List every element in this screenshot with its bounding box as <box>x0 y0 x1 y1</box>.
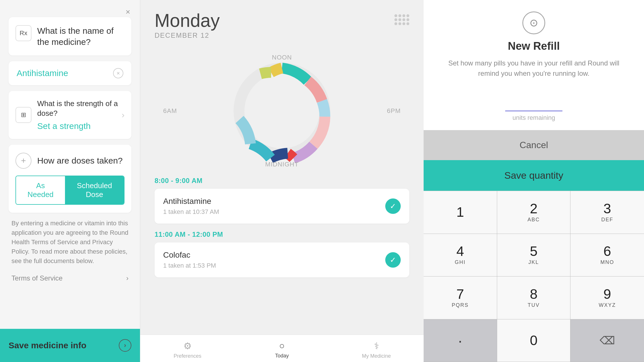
key-2[interactable]: 2 ABC <box>497 191 571 234</box>
scheduled-dose-toggle[interactable]: Scheduled Dose <box>65 176 124 204</box>
key-6[interactable]: 6 MNO <box>570 234 644 277</box>
medicine-name-value: Antihistamine <box>17 68 68 78</box>
key-dot[interactable]: · <box>424 319 497 362</box>
quantity-input-area: units remaining <box>424 90 644 130</box>
nav-my-medicine[interactable]: ⚕ My Medicine <box>329 341 424 359</box>
right-panel: ⊙ New Refill Set how many pills you have… <box>424 0 644 362</box>
key-9-letters: WXYZ <box>599 302 616 308</box>
key-7-letters: PQRS <box>452 302 469 308</box>
left-content: Rx What is the name of the medicine? Ant… <box>0 0 140 329</box>
rx-icon: Rx <box>15 25 31 41</box>
key-6-letters: MNO <box>600 259 614 265</box>
refill-description: Set how many pills you have in your refi… <box>424 58 644 79</box>
today-label: Today <box>275 353 289 359</box>
time-slot-1: 8:00 - 9:00 AM <box>155 177 409 185</box>
key-2-letters: ABC <box>528 217 540 223</box>
medicine-name-question-card: Rx What is the name of the medicine? <box>9 17 131 55</box>
refill-actions: Cancel Save quantity <box>424 130 644 191</box>
dose-toggle[interactable]: As Needed Scheduled Dose <box>15 176 125 205</box>
key-1-number: 1 <box>456 205 464 219</box>
check-antihistamine[interactable]: ✓ <box>385 198 401 214</box>
key-delete[interactable]: ⌫ <box>570 319 644 362</box>
key-3-number: 3 <box>603 202 611 216</box>
preferences-label: Preferences <box>173 353 201 359</box>
6am-label: 6AM <box>163 107 177 115</box>
med-time-antihistamine: 1 taken at 10:37 AM <box>163 208 219 216</box>
key-0-number: 0 <box>530 334 538 347</box>
nav-today[interactable]: ○ Today <box>235 341 329 359</box>
date-header: Monday DECEMBER 12 <box>140 0 424 45</box>
med-time-colofac: 1 taken at 1:53 PM <box>163 262 216 269</box>
clear-medicine-name-button[interactable]: × <box>113 68 123 78</box>
key-3[interactable]: 3 DEF <box>570 191 644 234</box>
key-2-number: 2 <box>530 202 538 216</box>
save-medicine-button[interactable]: Save medicine info › <box>0 329 140 362</box>
as-needed-toggle[interactable]: As Needed <box>16 176 65 204</box>
middle-panel: Monday DECEMBER 12 NOON 6AM 6PM MIDNIGHT <box>140 0 424 362</box>
delete-icon: ⌫ <box>600 334 615 347</box>
dose-card: + How are doses taken? As Needed Schedul… <box>9 145 131 213</box>
medicine-name-answer-card[interactable]: Antihistamine × <box>9 61 131 85</box>
terms-label: Terms of Service <box>11 274 63 282</box>
key-7-number: 7 <box>456 287 464 301</box>
key-5-number: 5 <box>530 244 538 258</box>
time-slot-2: 11:00 AM - 12:00 PM <box>155 230 409 238</box>
donut-chart-container: NOON 6AM 6PM MIDNIGHT <box>140 45 424 177</box>
key-5-letters: JKL <box>528 259 539 265</box>
key-1[interactable]: 1 <box>424 191 497 234</box>
close-button[interactable]: × <box>122 6 134 18</box>
numpad: 1 2 ABC 3 DEF 4 GHI 5 JKL 6 MNO 7 PQRS 8… <box>424 191 644 362</box>
noon-label: NOON <box>272 54 292 61</box>
bottom-nav: ⚙ Preferences ○ Today ⚕ My Medicine <box>140 335 424 362</box>
key-8[interactable]: 8 TUV <box>497 277 571 319</box>
midnight-label: MIDNIGHT <box>265 161 299 168</box>
grid-icon[interactable] <box>394 14 409 25</box>
my-medicine-label: My Medicine <box>362 353 391 359</box>
cancel-button[interactable]: Cancel <box>424 130 644 160</box>
units-label: units remaining <box>512 114 555 122</box>
save-quantity-button[interactable]: Save quantity <box>424 160 644 191</box>
key-5[interactable]: 5 JKL <box>497 234 571 277</box>
key-4-letters: GHI <box>455 259 466 265</box>
med-name-colofac: Colofac <box>163 250 216 260</box>
refill-title: New Refill <box>424 40 644 52</box>
key-6-number: 6 <box>603 244 611 258</box>
key-8-number: 8 <box>530 287 538 301</box>
key-7[interactable]: 7 PQRS <box>424 277 497 319</box>
key-0[interactable]: 0 <box>497 319 571 362</box>
legal-text: By entering a medicine or vitamin into t… <box>9 218 131 266</box>
dumbbell-icon: ⊞ <box>15 107 31 123</box>
med-card-antihistamine[interactable]: Antihistamine 1 taken at 10:37 AM ✓ <box>155 189 409 224</box>
key-8-letters: TUV <box>528 302 540 308</box>
refill-card: ⊙ New Refill Set how many pills you have… <box>424 0 644 191</box>
med-name-antihistamine: Antihistamine <box>163 197 219 206</box>
nav-preferences[interactable]: ⚙ Preferences <box>140 341 235 359</box>
plus-icon: + <box>15 153 31 169</box>
save-chevron-icon: › <box>119 339 131 352</box>
chevron-right-icon: › <box>122 110 125 120</box>
refill-icon: ⊙ <box>522 11 545 34</box>
question3-text: How are doses taken? <box>37 155 123 166</box>
question2-text: What is the strength of a dose? <box>37 99 122 118</box>
quantity-input[interactable] <box>505 96 562 111</box>
preferences-icon: ⚙ <box>183 341 192 351</box>
day-label: Monday <box>155 11 220 30</box>
terms-of-service-row[interactable]: Terms of Service › <box>9 271 131 285</box>
set-strength-link[interactable]: Set a strength <box>37 121 122 131</box>
med-card-colofac[interactable]: Colofac 1 taken at 1:53 PM ✓ <box>155 242 409 277</box>
schedule-list: 8:00 - 9:00 AM Antihistamine 1 taken at … <box>140 177 424 335</box>
today-icon: ○ <box>279 341 285 351</box>
strength-card[interactable]: ⊞ What is the strength of a dose? Set a … <box>9 91 131 139</box>
key-3-letters: DEF <box>601 217 613 223</box>
left-panel: × Rx What is the name of the medicine? A… <box>0 0 140 362</box>
key-9[interactable]: 9 WXYZ <box>570 277 644 319</box>
terms-chevron-icon: › <box>126 274 129 282</box>
check-colofac[interactable]: ✓ <box>385 252 401 268</box>
save-medicine-label: Save medicine info <box>9 341 86 350</box>
my-medicine-icon: ⚕ <box>374 341 379 351</box>
key-4[interactable]: 4 GHI <box>424 234 497 277</box>
question1-text: What is the name of the medicine? <box>37 25 125 47</box>
date-label: DECEMBER 12 <box>155 31 220 39</box>
6pm-label: 6PM <box>387 107 401 115</box>
key-dot-symbol: · <box>458 335 462 346</box>
